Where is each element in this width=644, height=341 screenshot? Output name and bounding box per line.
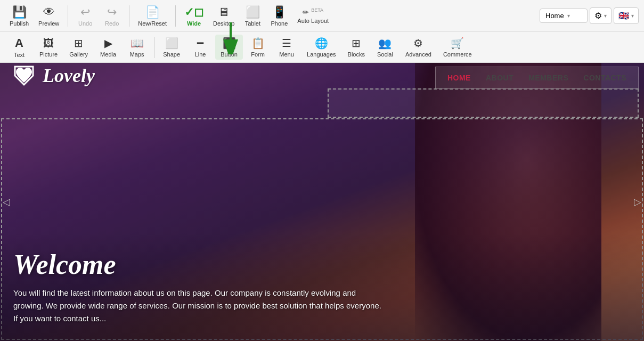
gallery-label: Gallery bbox=[69, 51, 88, 58]
blocks-icon: ⊞ bbox=[352, 37, 361, 50]
desktop-label: Desktop bbox=[213, 20, 234, 27]
languages-icon: 🌐 bbox=[315, 37, 328, 50]
picture-label: Picture bbox=[39, 51, 58, 58]
blocks-label: Blocks bbox=[348, 51, 365, 58]
nav-logo-area: Lovely bbox=[0, 63, 105, 93]
wide-icon: ✓◻ bbox=[184, 5, 203, 19]
separator-2 bbox=[129, 5, 129, 27]
desktop-icon: 🖥 bbox=[218, 5, 230, 19]
blocks-element-button[interactable]: ⊞ Blocks bbox=[343, 35, 370, 60]
welcome-text: You will find the latest information abo… bbox=[13, 287, 386, 325]
newreset-button[interactable]: 📄 New/Reset bbox=[134, 3, 171, 29]
text-label: Text bbox=[14, 52, 25, 58]
autolayout-button[interactable]: ✏ BETA Auto Layout bbox=[293, 5, 333, 26]
page-selector: Home ▾ ⚙ ▾ 🇬🇧 ▾ bbox=[540, 7, 639, 24]
left-side-indicator: ◁ bbox=[3, 196, 10, 208]
maps-icon: 📖 bbox=[131, 37, 144, 50]
elements-toolbar: A Text 🖼 Picture ⊞ Gallery ▶ Media 📖 Map… bbox=[0, 32, 644, 63]
phone-label: Phone bbox=[271, 20, 288, 27]
elements-separator bbox=[154, 37, 154, 58]
publish-preview-group: 💾 Publish 👁 Preview bbox=[5, 3, 63, 29]
gallery-icon: ⊞ bbox=[74, 37, 83, 50]
advanced-label: Advanced bbox=[405, 51, 431, 58]
advanced-element-button[interactable]: ⚙ Advanced bbox=[400, 35, 437, 60]
languages-element-button[interactable]: 🌐 Languages bbox=[301, 35, 341, 60]
settings-icon: ⚙ bbox=[594, 11, 602, 21]
page-dropdown-chevron: ▾ bbox=[567, 13, 570, 19]
line-element-button[interactable]: ━ Line bbox=[186, 35, 214, 60]
picture-icon: 🖼 bbox=[43, 37, 54, 50]
nav-brand-name: Lovely bbox=[43, 64, 95, 87]
autolayout-label: Auto Layout bbox=[297, 18, 329, 24]
top-toolbar: 💾 Publish 👁 Preview ↩ Undo ↪ Redo 📄 New/… bbox=[0, 0, 644, 32]
preview-nav: Lovely HOME ABOUT MEMBERS CONTACTS bbox=[0, 63, 644, 88]
phone-button[interactable]: 📱 Phone bbox=[266, 3, 292, 29]
wide-label: Wide bbox=[187, 20, 201, 27]
form-element-button[interactable]: 📋 Form bbox=[244, 35, 272, 60]
tablet-icon: ⬜ bbox=[246, 5, 260, 19]
line-icon: ━ bbox=[197, 37, 203, 50]
nav-heart-icon bbox=[11, 63, 37, 89]
nav-link-about[interactable]: ABOUT bbox=[485, 71, 515, 84]
undo-label: Undo bbox=[78, 20, 92, 27]
text-element-button[interactable]: A Text bbox=[5, 34, 33, 60]
beta-badge: BETA bbox=[311, 7, 323, 13]
form-label: Form bbox=[251, 51, 265, 58]
social-label: Social bbox=[377, 51, 393, 58]
media-icon: ▶ bbox=[104, 37, 112, 50]
undo-button[interactable]: ↩ Undo bbox=[72, 3, 98, 29]
tablet-button[interactable]: ⬜ Tablet bbox=[240, 3, 265, 29]
media-label: Media bbox=[100, 51, 116, 58]
nav-links-container: HOME ABOUT MEMBERS CONTACTS bbox=[435, 67, 639, 89]
separator-1 bbox=[68, 5, 68, 27]
wide-button[interactable]: ✓◻ Wide bbox=[180, 3, 208, 29]
undo-redo-group: ↩ Undo ↪ Redo bbox=[72, 3, 125, 29]
languages-label: Languages bbox=[307, 51, 336, 58]
undo-icon: ↩ bbox=[80, 5, 90, 19]
commerce-label: Commerce bbox=[443, 51, 472, 58]
preview-button[interactable]: 👁 Preview bbox=[34, 3, 63, 29]
shape-icon: ⬜ bbox=[165, 37, 178, 50]
flag-icon: 🇬🇧 bbox=[618, 11, 629, 21]
button-icon: ⬛ bbox=[223, 37, 236, 50]
menu-label: Menu bbox=[279, 51, 294, 58]
newreset-group: 📄 New/Reset bbox=[134, 3, 171, 29]
advanced-icon: ⚙ bbox=[413, 37, 423, 50]
canvas-area: Lovely HOME ABOUT MEMBERS CONTACTS ◁ ▷ W… bbox=[0, 63, 644, 341]
social-element-button[interactable]: 👥 Social bbox=[371, 35, 399, 60]
media-element-button[interactable]: ▶ Media bbox=[94, 35, 122, 60]
text-icon: A bbox=[15, 36, 23, 50]
settings-button[interactable]: ⚙ ▾ bbox=[590, 7, 612, 24]
welcome-area: Welcome You will find the latest informa… bbox=[0, 233, 644, 341]
commerce-element-button[interactable]: 🛒 Commerce bbox=[438, 35, 477, 60]
gallery-element-button[interactable]: ⊞ Gallery bbox=[64, 35, 93, 60]
publish-button[interactable]: 💾 Publish bbox=[5, 3, 33, 29]
welcome-title: Welcome bbox=[13, 249, 631, 280]
redo-button[interactable]: ↪ Redo bbox=[99, 3, 125, 29]
redo-label: Redo bbox=[105, 20, 119, 27]
separator-3 bbox=[175, 5, 176, 27]
nav-link-contacts[interactable]: CONTACTS bbox=[582, 71, 627, 84]
phone-icon: 📱 bbox=[272, 5, 287, 19]
button-label: Button bbox=[221, 51, 238, 58]
menu-icon: ☰ bbox=[282, 37, 291, 50]
page-dropdown[interactable]: Home ▾ bbox=[540, 9, 588, 23]
desktop-button[interactable]: 🖥 Desktop bbox=[209, 3, 239, 29]
nav-link-members[interactable]: MEMBERS bbox=[527, 71, 569, 84]
maps-element-button[interactable]: 📖 Maps bbox=[123, 35, 151, 60]
settings-chevron: ▾ bbox=[604, 13, 607, 19]
menu-element-button[interactable]: ☰ Menu bbox=[273, 35, 300, 60]
form-icon: 📋 bbox=[251, 37, 265, 50]
shape-element-button[interactable]: ⬜ Shape bbox=[158, 35, 185, 60]
shape-label: Shape bbox=[163, 51, 180, 58]
page-dropdown-value: Home bbox=[545, 12, 564, 20]
language-button[interactable]: 🇬🇧 ▾ bbox=[614, 7, 639, 24]
commerce-icon: 🛒 bbox=[451, 37, 464, 50]
picture-element-button[interactable]: 🖼 Picture bbox=[34, 35, 63, 60]
viewport-group: ✓◻ Wide 🖥 Desktop ⬜ Tablet 📱 Phone ✏ BET… bbox=[180, 3, 333, 29]
button-element-button[interactable]: ⬛ Button bbox=[215, 35, 243, 60]
nav-link-home[interactable]: HOME bbox=[446, 71, 472, 84]
social-icon: 👥 bbox=[378, 37, 392, 50]
redo-icon: ↪ bbox=[107, 5, 117, 19]
language-chevron: ▾ bbox=[631, 13, 634, 19]
